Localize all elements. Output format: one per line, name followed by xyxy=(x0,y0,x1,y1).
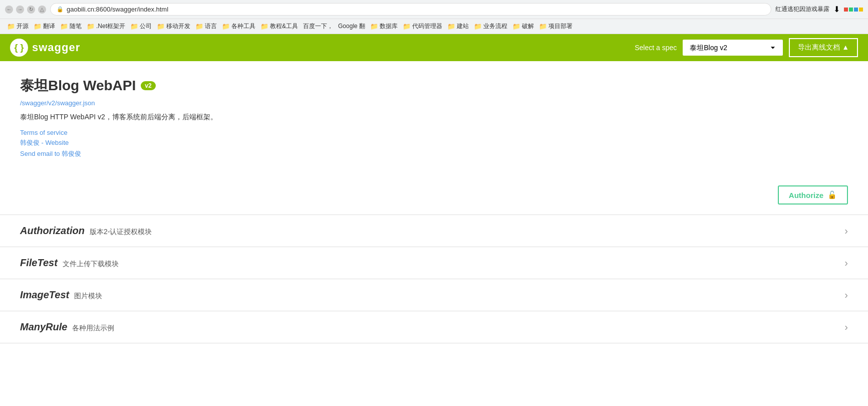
select-spec-label: Select a spec xyxy=(635,44,677,52)
bookmark-item[interactable]: 📁各种工具 xyxy=(220,21,257,32)
section-desc: 版本2-认证授权模块 xyxy=(90,228,152,237)
chevron-right-icon: › xyxy=(844,289,848,301)
section-desc: 文件上传下载模块 xyxy=(63,260,119,269)
top-right-text: 红通逃犯因游戏暴露 xyxy=(775,5,829,14)
authorize-button[interactable]: Authorize 🔓 xyxy=(778,185,848,205)
section-desc: 图片模块 xyxy=(74,292,102,301)
home-button[interactable]: △ xyxy=(38,6,46,14)
forward-button[interactable]: → xyxy=(16,6,24,14)
main-content: 泰坦Blog WebAPI v2 /swagger/v2/swagger.jso… xyxy=(0,61,868,175)
folder-icon: 📁 xyxy=(195,23,203,30)
folder-icon: 📁 xyxy=(370,23,378,30)
section-name: FileTest xyxy=(20,257,58,269)
swagger-icon: { } xyxy=(10,39,28,57)
folder-icon: 📁 xyxy=(403,23,411,30)
bookmark-item[interactable]: 📁代码管理器 xyxy=(401,21,444,32)
bookmark-item[interactable]: 📁破解 xyxy=(510,21,536,32)
folder-icon: 📁 xyxy=(34,23,42,30)
api-section-item[interactable]: ManyRule 各种用法示例 › xyxy=(0,311,868,343)
bookmark-item[interactable]: 📁公司 xyxy=(128,21,154,32)
export-button[interactable]: 导出离线文档 ▲ xyxy=(789,38,858,57)
url-text: gaobili.cn:8600/swagger/index.html xyxy=(67,6,168,13)
bookmark-item[interactable]: 📁业务流程 xyxy=(472,21,509,32)
api-section-left: Authorization 版本2-认证授权模块 xyxy=(20,225,152,237)
api-section-item[interactable]: FileTest 文件上传下载模块 › xyxy=(0,247,868,279)
bookmark-item[interactable]: 📁项目部署 xyxy=(537,21,574,32)
back-button[interactable]: ← xyxy=(5,6,13,14)
bookmark-item[interactable]: 📁.Net框架开 xyxy=(85,21,127,32)
folder-icon: 📁 xyxy=(157,23,165,30)
folder-icon: 📁 xyxy=(130,23,138,30)
windows-icon xyxy=(844,8,863,12)
browser-controls: ← → ↻ △ xyxy=(5,6,46,14)
email-link[interactable]: Send email to 韩俊俊 xyxy=(20,149,848,158)
folder-icon: 📁 xyxy=(512,23,520,30)
swagger-header-right: Select a spec 泰坦Blog v2 导出离线文档 ▲ xyxy=(635,38,858,57)
swagger-logo: { } swagger xyxy=(10,39,80,57)
api-section-left: ManyRule 各种用法示例 xyxy=(20,321,114,333)
authorize-lock-icon: 🔓 xyxy=(827,190,837,199)
folder-icon: 📁 xyxy=(447,23,455,30)
bookmark-item[interactable]: 📁翻译 xyxy=(32,21,57,32)
browser-titlebar: ← → ↻ △ 🔒 gaobili.cn:8600/swagger/index.… xyxy=(0,0,868,19)
chevron-right-icon: › xyxy=(844,225,848,237)
authorize-label: Authorize xyxy=(789,191,823,199)
bookmark-item[interactable]: 📁语言 xyxy=(193,21,219,32)
bookmark-item[interactable]: Google 翻 xyxy=(336,21,367,32)
authorize-section: Authorize 🔓 xyxy=(0,175,868,215)
folder-icon: 📁 xyxy=(474,23,482,30)
folder-icon: 📁 xyxy=(222,23,230,30)
folder-icon: 📁 xyxy=(260,23,268,30)
chevron-right-icon: › xyxy=(844,321,848,333)
bookmark-item[interactable]: 📁随笔 xyxy=(58,21,84,32)
refresh-button[interactable]: ↻ xyxy=(27,6,35,14)
chevron-right-icon: › xyxy=(844,257,848,269)
folder-icon: 📁 xyxy=(87,23,95,30)
spec-selector[interactable]: 泰坦Blog v2 xyxy=(683,40,783,56)
folder-icon: 📁 xyxy=(539,23,547,30)
browser-toolbar: 📁开源📁翻译📁随笔📁.Net框架开📁公司📁移动开发📁语言📁各种工具📁教程&工具百… xyxy=(0,19,868,34)
swagger-brand: swagger xyxy=(32,41,80,54)
bookmark-item[interactable]: 百度一下， xyxy=(301,21,335,32)
section-desc: 各种用法示例 xyxy=(72,324,114,333)
api-title-row: 泰坦Blog WebAPI v2 xyxy=(20,76,848,95)
bookmark-item[interactable]: 📁数据库 xyxy=(368,21,400,32)
download-icon[interactable]: ⬇ xyxy=(833,5,840,14)
api-section-left: ImageTest 图片模块 xyxy=(20,289,102,301)
address-bar[interactable]: 🔒 gaobili.cn:8600/swagger/index.html xyxy=(50,3,771,16)
lock-icon: 🔒 xyxy=(57,6,64,13)
folder-icon: 📁 xyxy=(60,23,68,30)
terms-of-service-link[interactable]: Terms of service xyxy=(20,129,848,136)
section-name: Authorization xyxy=(20,225,85,237)
api-section-left: FileTest 文件上传下载模块 xyxy=(20,257,119,269)
folder-icon: 📁 xyxy=(7,23,15,30)
swagger-header: { } swagger Select a spec 泰坦Blog v2 导出离线… xyxy=(0,34,868,61)
api-section-item[interactable]: Authorization 版本2-认证授权模块 › xyxy=(0,215,868,247)
api-spec-link[interactable]: /swagger/v2/swagger.json xyxy=(20,99,848,107)
api-links: Terms of service 韩俊俊 - Website Send emai… xyxy=(20,129,848,158)
api-section-item[interactable]: ImageTest 图片模块 › xyxy=(0,279,868,311)
section-name: ImageTest xyxy=(20,289,69,301)
bookmark-item[interactable]: 📁建站 xyxy=(445,21,471,32)
version-badge: v2 xyxy=(141,81,155,90)
top-right-area: 红通逃犯因游戏暴露 ⬇ xyxy=(775,5,863,14)
api-sections: Authorization 版本2-认证授权模块 › FileTest 文件上传… xyxy=(0,215,868,343)
browser-chrome: ← → ↻ △ 🔒 gaobili.cn:8600/swagger/index.… xyxy=(0,0,868,34)
bookmark-item[interactable]: 📁移动开发 xyxy=(155,21,192,32)
bookmark-item[interactable]: 📁教程&工具 xyxy=(258,21,300,32)
api-description: 泰坦Blog HTTP WebAPI v2，博客系统前后端分离，后端框架。 xyxy=(20,113,848,122)
website-link[interactable]: 韩俊俊 - Website xyxy=(20,138,848,147)
bookmark-item[interactable]: 📁开源 xyxy=(5,21,31,32)
api-main-title: 泰坦Blog WebAPI xyxy=(20,76,136,95)
section-name: ManyRule xyxy=(20,321,67,333)
